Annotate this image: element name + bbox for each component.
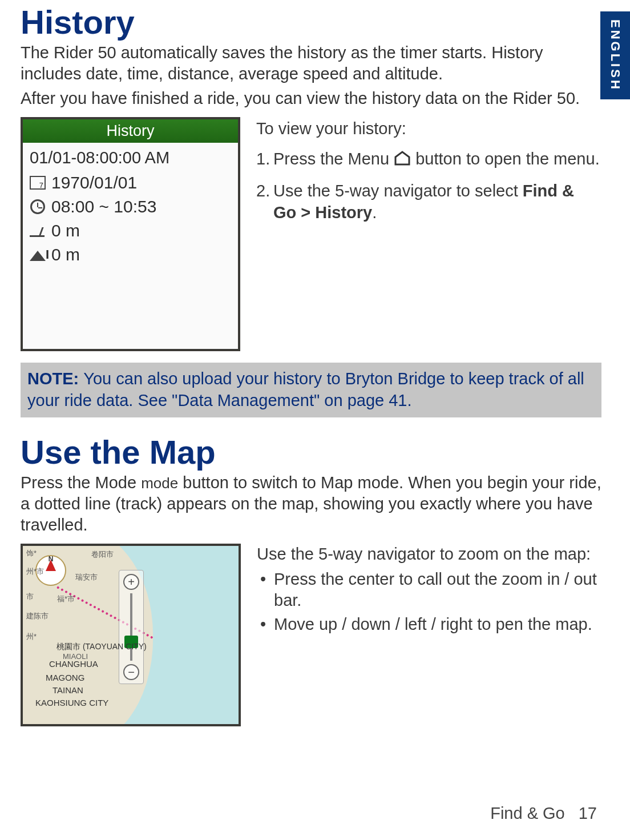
zoom-in-icon: +	[123, 574, 139, 590]
step-1: 1. Press the Menu button to open the men…	[256, 148, 601, 171]
city-label: KAOHSIUNG CITY	[35, 698, 108, 708]
city-label: 州*市	[26, 566, 44, 577]
city-label: CHANGHUA	[49, 659, 98, 669]
note-label: NOTE:	[27, 369, 83, 388]
menu-icon	[394, 150, 411, 171]
page-footer: Find & Go17	[21, 804, 597, 823]
history-entry-title: 01/01-08:00:00 AM	[30, 148, 231, 167]
footer-section: Find & Go	[490, 804, 565, 822]
language-tab: ENGLISH	[600, 11, 630, 99]
history-date: 1970/01/01	[51, 173, 137, 192]
city-label: 州*	[26, 632, 37, 642]
heading-use-the-map: Use the Map	[21, 436, 601, 469]
city-label: 卷阳市	[91, 549, 114, 560]
step-1-text-a: Press the Menu	[273, 150, 394, 168]
steps-intro: To view your history:	[256, 119, 601, 138]
history-para-1: The Rider 50 automatically saves the his…	[21, 42, 601, 85]
device-history-screenshot: History 01/01-08:00:00 AM 1970/01/01 08:…	[21, 117, 240, 351]
city-label: 饰*	[26, 548, 37, 558]
city-label: TAINAN	[52, 685, 83, 695]
history-time: 08:00 ~ 10:53	[51, 197, 156, 216]
zoom-out-icon: −	[123, 664, 139, 680]
city-label: 瑞安市	[75, 572, 98, 582]
city-label: 桃園市 (TAOYUAN CITY)	[56, 642, 147, 652]
calendar-icon	[30, 175, 46, 191]
city-label: 市	[26, 592, 34, 602]
step-2-text-a: Use the 5-way navigator to select	[273, 182, 523, 200]
history-distance: 0 m	[51, 221, 80, 240]
city-label: MAGONG	[46, 673, 84, 682]
heading-history: History	[21, 6, 601, 39]
map-para: Press the Mode mode button to switch to …	[21, 472, 601, 536]
map-bullet-2: Move up / down / left / right to pen the…	[257, 614, 601, 636]
step-1-text-b: button to open the menu.	[411, 150, 600, 168]
history-altitude: 0 m	[51, 245, 80, 264]
map-bullet-1: Press the center to call out the zoom in…	[257, 569, 601, 612]
device-map-screenshot: + − 饰* 卷阳市 州*市 瑞安市 市 福*市 建陈市 州* 桃園市 (TAO…	[21, 544, 241, 726]
distance-icon	[30, 223, 46, 239]
zoom-bar: + −	[119, 570, 144, 684]
step-1-number: 1.	[256, 148, 273, 171]
mode-button-word: mode	[141, 475, 178, 492]
city-label: 福*市	[57, 594, 75, 604]
footer-page-number: 17	[579, 804, 597, 822]
step-2-end: .	[372, 203, 377, 222]
clock-icon	[30, 199, 46, 215]
city-label: 建陈市	[26, 611, 49, 621]
history-para-2: After you have finished a ride, you can …	[21, 88, 601, 109]
note-text: You can also upload your history to Bryt…	[27, 369, 584, 409]
device-titlebar: History	[23, 119, 238, 143]
map-instructions-intro: Use the 5-way navigator to zoom on the m…	[257, 544, 601, 565]
step-2: 2. Use the 5-way navigator to select Fin…	[256, 180, 601, 223]
note-box: NOTE: You can also upload your history t…	[21, 363, 601, 417]
step-2-number: 2.	[256, 180, 273, 223]
altitude-icon	[30, 247, 46, 263]
map-para-a: Press the Mode	[21, 473, 141, 492]
